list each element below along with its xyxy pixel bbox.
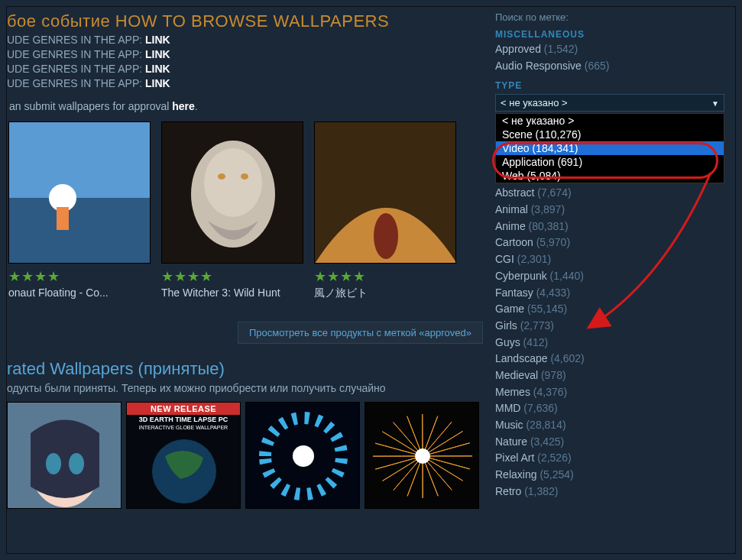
type-heading: TYPE [495, 80, 724, 91]
svg-point-13 [46, 453, 61, 474]
genre-tag[interactable]: Animal (3,897) [495, 202, 724, 218]
genre-line: UDE GENRES IN THE APP: LINK [7, 76, 483, 91]
genre-tag[interactable]: Game (55,145) [495, 301, 724, 318]
misc-heading: MISCELLANEOUS [495, 29, 724, 40]
star-rating: ★★★★ [8, 268, 151, 285]
wallpaper-subtitle: 3D EARTH TIME LAPSE PCINTERACTIVE GLOBE … [127, 416, 240, 432]
wallpaper-row: NEW RELEASE3D EARTH TIME LAPSE PCINTERAC… [7, 402, 483, 509]
genre-lines: UDE GENRES IN THE APP: LINKUDE GENRES IN… [7, 33, 483, 91]
svg-rect-1 [9, 198, 150, 264]
tag-item[interactable]: Audio Responsive (665) [495, 58, 724, 75]
thumbnail-title: 風ノ旅ビト [314, 286, 456, 300]
wallpaper-card[interactable] [7, 402, 122, 509]
rated-subtitle: одукты были приняты. Теперь их можно при… [7, 382, 483, 394]
genre-tag[interactable]: Relaxing (5,254) [495, 467, 724, 484]
thumbnail-title: The Witcher 3: Wild Hunt [161, 286, 303, 299]
thumbnail-card[interactable]: ★★★★ onaut Floating - Co... [8, 121, 151, 300]
star-rating: ★★★★ [161, 268, 303, 285]
genre-tag[interactable]: Memes (4,376) [495, 384, 724, 401]
thumbnail-art [161, 121, 303, 264]
new-release-badge: NEW RELEASE [127, 403, 240, 415]
submit-text: an submit wallpapers for approval [9, 100, 172, 112]
thumbnail-art [8, 121, 151, 264]
genre-line: UDE GENRES IN THE APP: LINK [7, 33, 483, 47]
type-select[interactable]: < не указано > ▼ [495, 94, 724, 112]
title-main: HOW TO BROWSE WALLPAPERS [115, 11, 389, 31]
rated-title: rated Wallpapers (принятые) [7, 359, 483, 379]
genre-line: UDE GENRES IN THE APP: LINK [7, 47, 483, 62]
view-all-button[interactable]: Просмотреть все продукты с меткой «appro… [238, 322, 483, 344]
wallpaper-card[interactable] [245, 402, 360, 509]
svg-point-8 [241, 173, 248, 180]
svg-point-18 [293, 445, 314, 467]
title-prefix: бое событие [7, 11, 115, 31]
genre-tag[interactable]: Music (28,814) [495, 417, 724, 434]
genre-tag[interactable]: Guys (412) [495, 335, 724, 351]
dropdown-option[interactable]: Application (691) [496, 155, 724, 169]
type-select-value: < не указано > [501, 97, 568, 108]
dropdown-option[interactable]: < не указано > [496, 114, 724, 128]
svg-point-10 [374, 213, 398, 259]
svg-rect-3 [57, 207, 69, 230]
dropdown-option[interactable]: Scene (110,276) [496, 128, 724, 141]
submit-link[interactable]: here [172, 100, 195, 112]
genre-tag[interactable]: Anime (80,381) [495, 218, 724, 235]
genre-tag[interactable]: Fantasy (4,433) [495, 285, 724, 302]
wallpaper-card[interactable]: NEW RELEASE3D EARTH TIME LAPSE PCINTERAC… [126, 402, 241, 509]
genre-tag[interactable]: Abstract (7,674) [495, 185, 724, 202]
genre-link[interactable]: LINK [145, 77, 170, 89]
thumbnail-card[interactable]: ★★★★ 風ノ旅ビト [314, 121, 456, 300]
svg-point-14 [69, 453, 84, 474]
chevron-down-icon: ▼ [711, 99, 719, 108]
thumbnail-title: onaut Floating - Co... [8, 286, 151, 299]
star-rating: ★★★★ [314, 268, 456, 285]
genre-tag[interactable]: MMD (7,636) [495, 400, 724, 417]
genre-line: UDE GENRES IN THE APP: LINK [7, 62, 483, 76]
genre-tag[interactable]: Retro (1,382) [495, 484, 724, 500]
genre-tag[interactable]: Cartoon (5,970) [495, 235, 724, 251]
genre-tag[interactable]: Pixel Art (2,526) [495, 450, 724, 467]
genre-tag[interactable]: Nature (3,425) [495, 434, 724, 451]
genre-list: Abstract (7,674)Animal (3,897)Anime (80,… [495, 185, 724, 500]
genre-tag[interactable]: Medieval (978) [495, 367, 724, 384]
tag-item[interactable]: Approved (1,542) [495, 41, 724, 58]
misc-list: Approved (1,542)Audio Responsive (665) [495, 41, 724, 74]
svg-point-60 [415, 448, 430, 464]
genre-link[interactable]: LINK [145, 34, 170, 46]
dropdown-option[interactable]: Video (184,341) [496, 141, 724, 155]
genre-tag[interactable]: Landscape (4,602) [495, 351, 724, 367]
genre-tag[interactable]: Cyberpunk (1,440) [495, 268, 724, 285]
search-label: Поиск по метке: [495, 11, 724, 23]
viewall-wrap: Просмотреть все продукты с меткой «appro… [7, 322, 483, 344]
thumbnail-art [314, 121, 456, 264]
svg-point-6 [204, 148, 262, 217]
dropdown-option[interactable]: Web (5,084) [496, 169, 724, 183]
submit-note: an submit wallpapers for approval here. [9, 100, 483, 112]
page-title: бое событие HOW TO BROWSE WALLPAPERS [7, 11, 483, 31]
type-dropdown[interactable]: < не указано >Scene (110,276)Video (184,… [495, 113, 724, 183]
genre-tag[interactable]: Girls (2,773) [495, 318, 724, 335]
genre-link[interactable]: LINK [145, 48, 170, 60]
genre-tag[interactable]: CGI (2,301) [495, 251, 724, 268]
genre-link[interactable]: LINK [145, 63, 170, 75]
wallpaper-card[interactable] [365, 402, 479, 509]
svg-point-7 [218, 173, 225, 180]
thumbnail-card[interactable]: ★★★★ The Witcher 3: Wild Hunt [161, 121, 303, 300]
featured-row: ★★★★ onaut Floating - Co... ★★★★ The Wit… [7, 121, 483, 300]
